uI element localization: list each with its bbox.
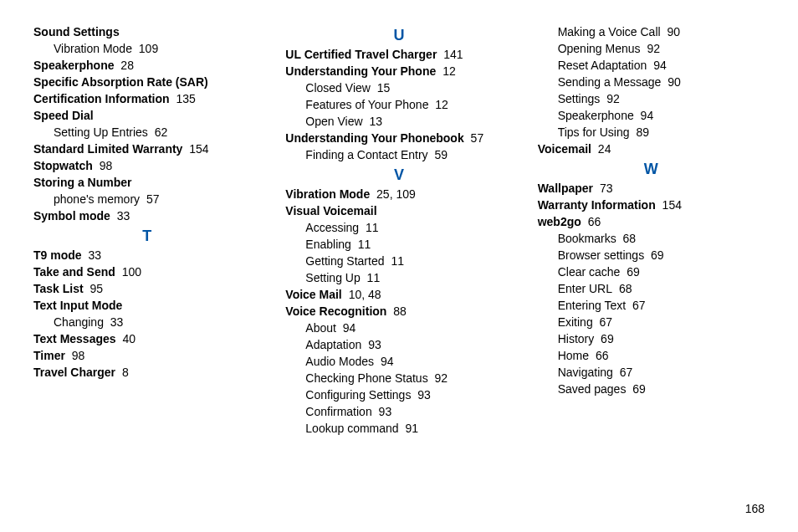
index-subentry: Audio Modes 94 — [305, 353, 512, 370]
index-subentry: Navigating 67 — [558, 364, 765, 381]
index-entry-page: 25, 109 — [373, 187, 416, 201]
index-subentry-page: 67 — [596, 315, 612, 329]
index-subentry: Closed View 15 — [305, 79, 512, 96]
index-subentry: Tips for Using 89 — [558, 124, 765, 141]
index-subentry-page: 109 — [136, 42, 158, 55]
index-subentry-page: 94 — [650, 59, 666, 72]
index-subentry-page: 91 — [402, 422, 418, 435]
index-subentry: Home 66 — [558, 347, 765, 364]
index-entry: Warranty Information 154 — [538, 197, 765, 213]
index-subentry: Reset Adaptation 94 — [558, 57, 765, 74]
index-entry-label: Visual Voicemail — [285, 204, 376, 217]
index-subentry-page: 90 — [664, 75, 680, 89]
index-subentry-label: Opening Menus — [558, 42, 641, 55]
index-subentry-label: Reset Adaptation — [558, 59, 647, 72]
index-column-3: Making a Voice Call 90Opening Menus 92Re… — [538, 23, 765, 437]
index-entry-label: Speed Dial — [33, 109, 94, 122]
index-entry: Voicemail 24 — [538, 141, 765, 157]
index-subentry: Sending a Message 90 — [558, 74, 765, 90]
index-section-letter: T — [33, 228, 260, 245]
index-subentry-label: phone's memory — [54, 192, 140, 206]
index-subentry-page: 68 — [616, 282, 632, 295]
index-subentry-page: 90 — [664, 25, 680, 38]
index-subentry-page: 92 — [432, 371, 448, 385]
index-entry: Wallpaper 73 — [538, 180, 765, 197]
index-entry-label: Understanding Your Phonebook — [285, 131, 463, 145]
index-entry-label: Certification Information — [33, 92, 170, 105]
index-subentry-page: 92 — [644, 42, 660, 55]
index-subentry-page: 11 — [388, 254, 404, 268]
index-subentry: Adaptation 93 — [305, 336, 512, 353]
index-entry: Travel Charger 8 — [33, 364, 260, 381]
index-entry-label: Understanding Your Phone — [285, 64, 436, 78]
index-entry-page: 154 — [659, 198, 682, 212]
index-subentry-page: 94 — [377, 355, 393, 368]
index-entry: T9 mode 33 — [33, 247, 260, 263]
index-entry: Text Input Mode — [33, 297, 260, 314]
index-entry: Voice Mail 10, 48 — [285, 286, 512, 303]
index-subentry: Setting Up Entries 62 — [54, 124, 260, 141]
index-entry-page: 88 — [390, 304, 406, 318]
index-entry-page: 12 — [439, 64, 455, 78]
index-subentry-label: Vibration Mode — [54, 42, 132, 55]
index-subentry-label: Setting Up Entries — [54, 125, 148, 139]
index-subentry-label: Saved pages — [558, 382, 627, 396]
index-entry-page: 66 — [585, 215, 601, 228]
index-entry-page: 154 — [186, 142, 208, 156]
index-entry: Voice Recognition 88 — [285, 303, 512, 320]
index-entry: Certification Information 135 — [33, 90, 260, 107]
index-entry-label: Voice Mail — [285, 288, 341, 301]
index-subentry-label: Lookup command — [305, 422, 398, 435]
index-entry: Vibration Mode 25, 109 — [285, 186, 512, 202]
index-subentry: Clear cache 69 — [558, 263, 765, 280]
index-entry-page: 98 — [69, 349, 84, 362]
index-subentry-label: Speakerphone — [558, 109, 634, 122]
index-entry-label: Take and Send — [33, 265, 115, 279]
index-entry: Sound Settings — [33, 23, 260, 40]
index-entry-label: Storing a Number — [33, 176, 131, 189]
index-subentry-label: Confirmation — [305, 405, 371, 418]
index-entry-page: 10, 48 — [345, 288, 381, 301]
index-subentry-page: 11 — [364, 271, 380, 284]
index-subentry-page: 93 — [365, 338, 381, 351]
index-entry-label: Voice Recognition — [285, 304, 386, 318]
index-subentry-label: Enabling — [305, 238, 351, 251]
index-subentry-label: Features of Your Phone — [305, 98, 428, 111]
index-subentry-page: 68 — [620, 232, 636, 245]
index-subentry-label: History — [558, 332, 595, 345]
index-column-1: Sound SettingsVibration Mode 109Speakerp… — [33, 23, 260, 437]
index-entry: Speed Dial — [33, 107, 260, 124]
index-subentry-page: 12 — [432, 98, 448, 111]
index-entry: Stopwatch 98 — [33, 157, 260, 174]
index-subentry-label: Accessing — [305, 221, 359, 234]
index-subentry: Checking Phone Status 92 — [305, 370, 512, 386]
index-subentry: History 69 — [558, 330, 765, 347]
index-entry-page: 57 — [468, 131, 483, 145]
index-entry-label: web2go — [538, 215, 581, 228]
index-subentry-page: 94 — [637, 109, 653, 122]
index-entry-page: 100 — [119, 265, 141, 279]
index-subentry-label: Audio Modes — [305, 355, 374, 368]
index-entry-label: Speakerphone — [33, 59, 114, 72]
index-subentry-page: 69 — [629, 382, 645, 396]
index-subentry-label: Tips for Using — [558, 125, 630, 139]
index-subentry-label: Bookmarks — [558, 232, 616, 245]
index-subentry-page: 89 — [633, 125, 649, 139]
index-entry-label: Sound Settings — [33, 25, 120, 38]
index-subentry: Enabling 11 — [305, 236, 512, 253]
index-subentry: Getting Started 11 — [305, 253, 512, 269]
index-entry-label: Symbol mode — [33, 209, 110, 223]
index-entry-label: Voicemail — [538, 142, 591, 156]
index-entry-label: Wallpaper — [538, 182, 593, 195]
index-subentry-label: About — [305, 321, 336, 335]
index-entry-page: 33 — [114, 209, 130, 223]
index-section-letter: W — [538, 161, 765, 178]
index-subentry-page: 69 — [647, 248, 663, 262]
index-subentry-label: Checking Phone Status — [305, 371, 427, 385]
index-subentry: Accessing 11 — [305, 219, 512, 236]
index-subentry: Confirmation 93 — [305, 403, 512, 420]
index-subentry-label: Clear cache — [558, 265, 621, 279]
index-entry-label: Timer — [33, 349, 65, 362]
index-entry-label: Task List — [33, 282, 84, 295]
index-entry: UL Certified Travel Charger 141 — [285, 46, 512, 63]
